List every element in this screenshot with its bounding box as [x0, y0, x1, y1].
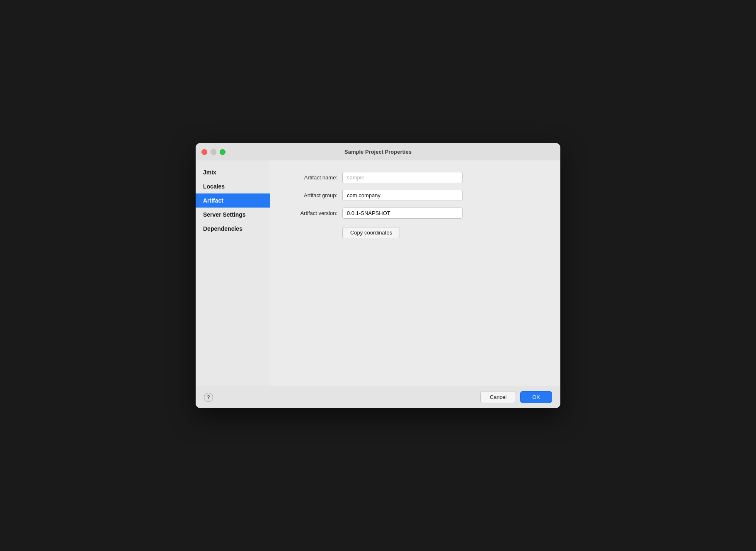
dialog-footer: ? Cancel OK — [196, 386, 560, 408]
dialog: Sample Project Properties Jmix Locales A… — [196, 143, 560, 408]
help-button[interactable]: ? — [204, 393, 213, 402]
artifact-group-row: Artifact group: — [284, 190, 547, 201]
dialog-title: Sample Project Properties — [344, 149, 412, 155]
sidebar-item-server-settings[interactable]: Server Settings — [196, 208, 270, 222]
footer-right: Cancel OK — [480, 391, 552, 403]
artifact-version-input[interactable] — [342, 208, 463, 219]
copy-coordinates-row: Copy coordinates — [342, 227, 547, 238]
ok-button[interactable]: OK — [520, 391, 552, 403]
artifact-name-input[interactable] — [342, 172, 463, 183]
close-button[interactable] — [201, 149, 207, 155]
sidebar-item-artifact[interactable]: Artifact — [196, 193, 270, 208]
artifact-version-row: Artifact version: — [284, 208, 547, 219]
copy-coordinates-button[interactable]: Copy coordinates — [342, 227, 400, 238]
sidebar: Jmix Locales Artifact Server Settings De… — [196, 160, 270, 386]
sidebar-item-dependencies[interactable]: Dependencies — [196, 222, 270, 236]
artifact-name-row: Artifact name: — [284, 172, 547, 183]
form-area: Artifact name: Artifact group: Artifact … — [284, 172, 547, 238]
sidebar-item-jmix[interactable]: Jmix — [196, 165, 270, 179]
artifact-group-label: Artifact group: — [284, 192, 337, 198]
footer-left: ? — [204, 393, 213, 402]
main-content: Artifact name: Artifact group: Artifact … — [270, 160, 560, 386]
traffic-lights — [201, 149, 225, 155]
artifact-version-label: Artifact version: — [284, 210, 337, 216]
maximize-button[interactable] — [220, 149, 225, 155]
minimize-button[interactable] — [211, 149, 216, 155]
title-bar: Sample Project Properties — [196, 143, 560, 160]
artifact-group-input[interactable] — [342, 190, 463, 201]
artifact-name-label: Artifact name: — [284, 174, 337, 181]
sidebar-item-locales[interactable]: Locales — [196, 179, 270, 193]
cancel-button[interactable]: Cancel — [480, 391, 516, 403]
dialog-body: Jmix Locales Artifact Server Settings De… — [196, 160, 560, 386]
